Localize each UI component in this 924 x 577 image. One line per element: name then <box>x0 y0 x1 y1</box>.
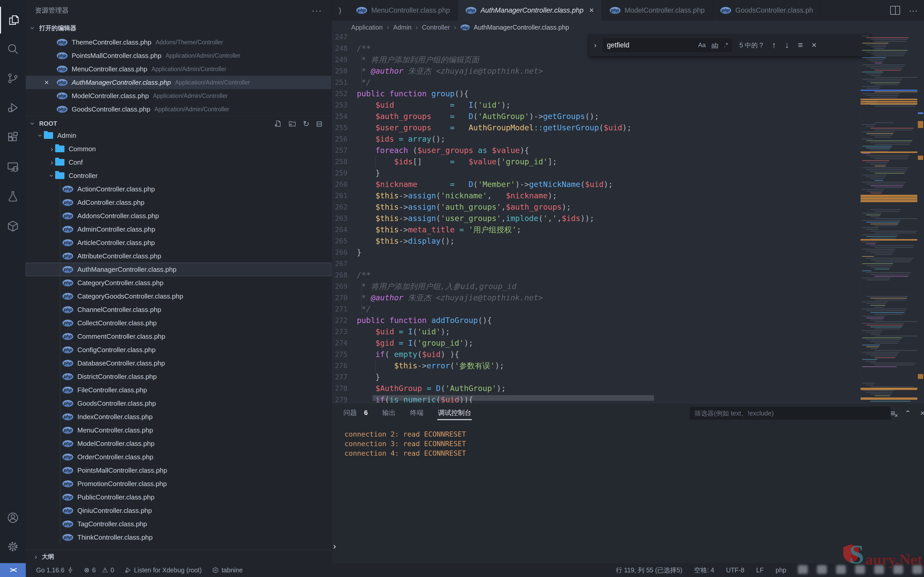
source-control-icon[interactable] <box>0 65 26 92</box>
editor-tab[interactable]: phpAuthManagerController.class.php× <box>458 0 602 21</box>
tree-folder-item[interactable]: ›Controller <box>26 169 331 182</box>
split-editor-icon[interactable] <box>890 6 900 15</box>
breadcrumb-item[interactable]: Admin <box>393 24 412 31</box>
next-match-icon[interactable]: ↓ <box>785 40 789 50</box>
search-icon[interactable] <box>0 35 26 62</box>
open-editor-item[interactable]: phpModelController.class.phpApplication/… <box>26 89 331 103</box>
tree-file-item[interactable]: phpAdController.class.php <box>26 196 331 209</box>
tabnine-icon[interactable] <box>0 213 26 240</box>
horizontal-scrollbar[interactable] <box>373 395 654 401</box>
status-item[interactable]: php <box>775 566 786 574</box>
panel-scroll-chevron-icon[interactable]: › <box>333 541 336 551</box>
overview-ruler[interactable] <box>917 0 924 403</box>
settings-icon[interactable] <box>0 533 26 560</box>
tree-file-item[interactable]: phpAttributeController.class.php <box>26 249 331 263</box>
status-item[interactable]: 空格: 4 <box>694 566 714 574</box>
new-file-icon[interactable] <box>273 120 281 128</box>
tree-file-item[interactable]: phpAuthManagerController.class.php <box>26 263 331 276</box>
close-icon[interactable]: × <box>44 78 57 87</box>
xdebug-listener[interactable]: Listen for Xdebug (root) <box>124 566 202 574</box>
panel-tab[interactable]: 问题6 <box>343 403 368 422</box>
tree-file-item[interactable]: phpArticleController.class.php <box>26 236 331 249</box>
tree-folder-item[interactable]: ›Common <box>26 142 331 156</box>
tree-file-item[interactable]: phpQiniuController.class.php <box>26 504 331 517</box>
panel-tab[interactable]: 输出 <box>382 403 396 422</box>
tree-file-item[interactable]: phpCategoryGoodsController.class.php <box>26 290 331 303</box>
open-editor-item[interactable]: phpGoodsController.class.phpApplication/… <box>26 103 331 116</box>
open-editor-item[interactable]: ×phpAuthManagerController.class.phpAppli… <box>26 76 331 89</box>
tree-file-item[interactable]: phpActionController.class.php <box>26 182 331 196</box>
tree-file-item[interactable]: phpFileController.class.php <box>26 383 331 397</box>
clear-console-icon[interactable]: ≡✕ <box>890 409 895 418</box>
tree-file-item[interactable]: phpIndexController.class.php <box>26 410 331 424</box>
tree-file-item[interactable]: phpAdminController.class.php <box>26 222 331 236</box>
tree-file-item[interactable]: phpDistrictController.class.php <box>26 370 331 383</box>
close-panel-icon[interactable]: × <box>921 409 924 417</box>
panel-tab[interactable]: 调试控制台 <box>438 403 471 422</box>
root-section-header[interactable]: › ROOT ↻ ⊟ <box>26 116 331 131</box>
status-item[interactable]: 行 119, 列 55 (已选择5) <box>616 566 682 574</box>
tabnine-status[interactable]: tabnine <box>212 566 242 574</box>
breadcrumb-item[interactable]: AuthManagerController.class.php <box>474 24 569 31</box>
tree-file-item[interactable]: phpCommentController.class.php <box>26 330 331 343</box>
whole-word-icon[interactable]: ab <box>711 42 718 49</box>
editor-tab[interactable]: phpGoodsController.class.ph <box>712 0 821 21</box>
minimap[interactable] <box>860 34 917 403</box>
extensions-icon[interactable] <box>0 124 26 150</box>
editor-tab[interactable]: phpMenuController.class.php <box>349 0 458 21</box>
open-editors-header[interactable]: › 打开的编辑器 <box>26 21 331 35</box>
find-input[interactable]: getfield Aa ab .* <box>603 38 732 52</box>
maximize-panel-icon[interactable]: ⌃ <box>905 409 911 418</box>
status-item[interactable]: UTF-8 <box>726 566 744 574</box>
tree-file-item[interactable]: phpAddonsController.class.php <box>26 209 331 222</box>
account-icon[interactable] <box>0 504 26 531</box>
collapse-all-icon[interactable]: ⊟ <box>316 119 323 128</box>
panel-tab[interactable]: 终端 <box>410 403 423 422</box>
toggle-replace-icon[interactable]: › <box>594 41 603 50</box>
match-case-icon[interactable]: Aa <box>698 42 706 49</box>
code-editor[interactable]: 247248/**249 * 将用户添加到用户组的编辑页面250 * @auth… <box>331 34 860 403</box>
tree-file-item[interactable]: phpDatabaseController.class.php <box>26 356 331 370</box>
tree-file-item[interactable]: phpChannelController.class.php <box>26 303 331 316</box>
tree-file-item[interactable]: phpPromotionController.class.php <box>26 477 331 490</box>
tree-file-item[interactable]: phpCategoryController.class.php <box>26 276 331 290</box>
previous-match-icon[interactable]: ↑ <box>772 40 776 50</box>
find-in-selection-icon[interactable]: ≡ <box>798 40 803 50</box>
editor-tab[interactable]: phpModelController.class.php <box>602 0 713 21</box>
sidebar-more-icon[interactable]: ··· <box>312 5 322 15</box>
testing-icon[interactable] <box>0 183 26 210</box>
close-tab-icon[interactable]: × <box>589 6 594 15</box>
tree-file-item[interactable]: phpModelController.class.php <box>26 437 331 450</box>
tree-folder-item[interactable]: ›Admin <box>26 131 331 142</box>
open-editor-item[interactable]: phpPointsMallController.class.phpApplica… <box>26 49 331 62</box>
tree-file-item[interactable]: phpTagController.class.php <box>26 517 331 530</box>
tree-file-item[interactable]: phpCollectController.class.php <box>26 316 331 330</box>
code-line: 253 $uid = I('uid'); <box>331 100 860 111</box>
regex-icon[interactable]: .* <box>724 42 728 49</box>
open-editor-item[interactable]: phpThemeController.class.phpAddons/Theme… <box>26 35 331 49</box>
tree-file-item[interactable]: phpOrderController.class.php <box>26 450 331 464</box>
panel-filter-input[interactable]: 筛选器(例如 text、!exclude) <box>690 407 890 420</box>
remote-explorer-icon[interactable] <box>0 153 26 181</box>
problems-summary[interactable]: ⊗6⚠0 <box>84 566 114 574</box>
tree-file-item[interactable]: phpConfigController.class.php <box>26 343 331 356</box>
status-item[interactable]: LF <box>756 566 764 574</box>
tree-file-item[interactable]: phpMenuController.class.php <box>26 424 331 437</box>
refresh-icon[interactable]: ↻ <box>303 119 309 128</box>
new-folder-icon[interactable] <box>288 120 296 128</box>
breadcrumb-item[interactable]: Application <box>351 24 383 31</box>
close-find-icon[interactable]: × <box>812 40 816 50</box>
open-editor-item[interactable]: phpMenuController.class.phpApplication/A… <box>26 62 331 76</box>
tree-file-item[interactable]: phpPointsMallController.class.php <box>26 464 331 477</box>
remote-indicator[interactable]: >< <box>0 563 26 577</box>
outline-section-header[interactable]: › 大纲 <box>26 550 331 563</box>
run-debug-icon[interactable] <box>0 94 26 121</box>
tree-file-item[interactable]: phpGoodsController.class.php <box>26 397 331 410</box>
more-actions-icon[interactable]: ··· <box>909 5 918 15</box>
tree-file-item[interactable]: phpThinkController.class.php <box>26 530 331 544</box>
go-version[interactable]: Go 1.16.6 <box>36 566 74 574</box>
tree-file-item[interactable]: phpPublicController.class.php <box>26 490 331 504</box>
tree-folder-item[interactable]: ›Conf <box>26 156 331 169</box>
explorer-icon[interactable] <box>0 7 27 34</box>
breadcrumb-item[interactable]: Controller <box>422 24 450 31</box>
